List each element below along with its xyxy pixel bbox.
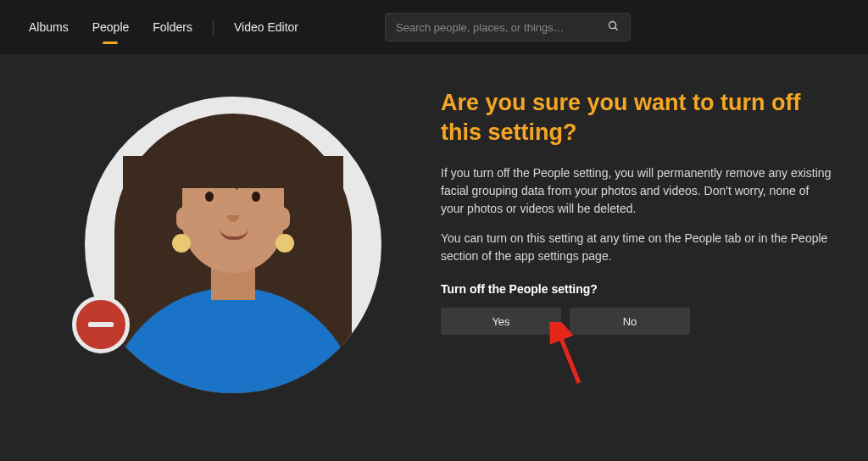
search-input[interactable] [396,21,607,34]
no-button[interactable]: No [570,308,690,335]
remove-icon [72,296,130,353]
nav-divider [213,19,214,36]
dialog-text: Are you sure you want to turn off this s… [441,88,834,461]
search-box[interactable] [385,13,631,42]
dialog-paragraph-2: You can turn on this setting at any time… [441,230,834,265]
search-container [385,13,631,42]
dialog-heading: Are you sure you want to turn off this s… [441,88,834,147]
tab-albums[interactable]: Albums [17,14,81,41]
tab-video-editor[interactable]: Video Editor [222,14,310,41]
yes-button[interactable]: Yes [441,308,561,335]
tab-folders[interactable]: Folders [141,14,204,41]
top-bar: Albums People Folders Video Editor [0,0,868,54]
dialog-question: Turn off the People setting? [441,282,834,296]
nav-tabs: Albums People Folders Video Editor [17,14,310,41]
svg-line-1 [615,28,618,31]
button-row: Yes No [441,308,834,335]
svg-point-0 [609,22,616,29]
main-content: Are you sure you want to turn off this s… [0,54,868,461]
illustration-area [85,88,390,461]
tab-people[interactable]: People [81,14,142,41]
dialog-paragraph-1: If you turn off the People setting, you … [441,164,834,218]
avatar-illustration [85,97,381,393]
search-icon[interactable] [607,19,620,35]
